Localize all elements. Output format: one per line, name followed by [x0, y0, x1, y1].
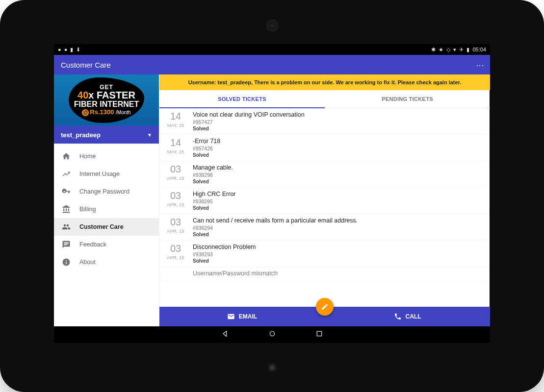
- nav-home-button[interactable]: [268, 330, 276, 340]
- promo-line-fiber: FIBER INTERNET: [74, 100, 139, 109]
- notification-icon: ●: [58, 47, 61, 52]
- email-label: EMAIL: [239, 313, 257, 320]
- call-label: CALL: [406, 313, 421, 320]
- alert-banner: Username: test_pradeep, There is a probl…: [159, 74, 490, 90]
- ticket-id: #957427: [193, 119, 482, 125]
- compose-fab[interactable]: [316, 298, 334, 316]
- sidebar-item-about[interactable]: About: [54, 253, 159, 271]
- ticket-item[interactable]: 03APR, 15 Can not send / receive mails f…: [159, 214, 490, 241]
- ticket-item[interactable]: 03APR, 15 High CRC Error #938295 Solved: [159, 188, 490, 214]
- ticket-item[interactable]: 03APR, 15 Disconnection Problem #938293 …: [159, 241, 490, 267]
- ticket-item[interactable]: 14MAY, 15 Voice not clear during VOIP co…: [159, 108, 490, 135]
- ticket-id: #938294: [193, 225, 482, 231]
- sidebar-item-feedback[interactable]: Feedback: [54, 236, 159, 253]
- sidebar-item-home[interactable]: Home: [54, 147, 159, 165]
- svg-point-0: [270, 331, 274, 336]
- promo-banner[interactable]: GET 40x FASTER FIBER INTERNET @Rs.1300 /…: [54, 74, 159, 126]
- overflow-menu-icon[interactable]: ⋮: [475, 61, 485, 68]
- ticket-status: Solved: [193, 179, 482, 184]
- sidebar-item-label: Home: [79, 153, 96, 160]
- ticket-title: High CRC Error: [193, 191, 482, 197]
- sidebar-item-billing[interactable]: Billing: [54, 200, 159, 218]
- info-icon: [62, 258, 71, 267]
- ticket-item[interactable]: Username/Password mismatch: [159, 267, 490, 280]
- sidebar-item-label: About: [79, 259, 96, 266]
- ticket-date: 03APR, 15: [163, 244, 188, 264]
- square-icon: [315, 330, 323, 338]
- nav-back-button[interactable]: [221, 330, 229, 340]
- action-bar: EMAIL CALL: [159, 307, 490, 326]
- tabs: SOLVED TICKETS PENDING TICKETS: [159, 90, 490, 108]
- home-icon: [62, 152, 71, 161]
- username-label: test_pradeep: [61, 131, 101, 139]
- call-button[interactable]: CALL: [325, 307, 490, 326]
- feedback-icon: [62, 240, 71, 249]
- nav-recent-button[interactable]: [315, 330, 323, 340]
- sidebar: GET 40x FASTER FIBER INTERNET @Rs.1300 /…: [54, 74, 159, 326]
- ticket-status: Solved: [193, 258, 482, 264]
- sidebar-item-customer-care[interactable]: Customer Care: [54, 218, 159, 236]
- vibrate-icon: ◇: [446, 47, 450, 53]
- back-icon: [221, 330, 229, 338]
- circle-icon: [268, 330, 276, 338]
- sidebar-item-label: Customer Care: [79, 223, 124, 230]
- app-bar: Customer Care ⋮: [54, 55, 490, 74]
- ticket-item[interactable]: 14MAY, 15 -Error 718 #957426 Solved: [159, 135, 490, 161]
- ticket-list[interactable]: 14MAY, 15 Voice not clear during VOIP co…: [159, 108, 490, 307]
- android-nav-bar: [54, 326, 490, 343]
- ticket-date: 03APR, 15: [163, 217, 188, 237]
- chevron-down-icon: ▼: [147, 132, 152, 138]
- sdcard-icon: ▮: [70, 47, 73, 53]
- sidebar-item-label: Billing: [79, 206, 96, 213]
- app-title: Customer Care: [61, 61, 111, 69]
- main-content: Username: test_pradeep, There is a probl…: [159, 74, 490, 326]
- people-icon: [62, 222, 71, 231]
- ticket-status: Solved: [193, 126, 482, 131]
- ticket-id: #938295: [193, 198, 482, 204]
- pencil-icon: [321, 303, 329, 311]
- airplane-icon: ✈: [459, 47, 464, 53]
- clock: 05:04: [472, 47, 486, 52]
- ticket-status: Solved: [193, 205, 482, 211]
- battery-icon: ▮: [466, 47, 469, 53]
- sidebar-item-label: Change Password: [79, 188, 130, 195]
- user-dropdown[interactable]: test_pradeep ▼: [54, 126, 159, 144]
- sidebar-item-label: Feedback: [79, 241, 106, 248]
- ticket-id: #938293: [193, 251, 482, 257]
- ticket-date: 14MAY, 15: [163, 111, 188, 131]
- sidebar-item-label: Internet Usage: [79, 171, 120, 177]
- download-icon: ⬇: [76, 47, 80, 53]
- tablet-frame: ● ● ▮ ⬇ ✱ ★ ◇ ▾ ✈ ▮ 05:04 Customer Care …: [0, 0, 544, 392]
- wifi-icon: ▾: [453, 47, 456, 53]
- screen: ● ● ▮ ⬇ ✱ ★ ◇ ▾ ✈ ▮ 05:04 Customer Care …: [54, 44, 490, 343]
- ticket-title: Manage cable.: [193, 164, 482, 171]
- trending-icon: [62, 170, 71, 178]
- mail-icon: [227, 313, 235, 320]
- ticket-title: Voice not clear during VOIP conversation: [193, 111, 482, 118]
- phone-icon: [394, 313, 402, 320]
- status-bar: ● ● ▮ ⬇ ✱ ★ ◇ ▾ ✈ ▮ 05:04: [54, 44, 490, 55]
- ticket-status: Solved: [193, 152, 482, 158]
- tab-solved-tickets[interactable]: SOLVED TICKETS: [159, 90, 325, 108]
- ticket-date: [163, 270, 188, 277]
- key-icon: [62, 187, 71, 196]
- status-bar-right: ✱ ★ ◇ ▾ ✈ ▮ 05:04: [431, 47, 486, 53]
- star-icon: ★: [439, 47, 443, 53]
- ticket-title: -Error 718: [193, 138, 482, 145]
- ticket-item[interactable]: 03APR, 15 Manage cable. #938298 Solved: [159, 161, 490, 188]
- ticket-status: Solved: [193, 232, 482, 237]
- ticket-title: Disconnection Problem: [193, 244, 482, 250]
- ticket-date: 14MAY, 15: [163, 138, 188, 158]
- ticket-id: #957426: [193, 146, 482, 151]
- ticket-date: 03APR, 15: [163, 191, 188, 211]
- notification-icon: ●: [64, 47, 68, 52]
- promo-line-price: @Rs.1300 /Month: [74, 109, 139, 116]
- promo-line-faster: 40x FASTER: [74, 90, 139, 100]
- sidebar-item-internet-usage[interactable]: Internet Usage: [54, 165, 159, 183]
- ticket-title: Username/Password mismatch: [193, 270, 482, 277]
- sidebar-item-change-password[interactable]: Change Password: [54, 183, 159, 200]
- tab-pending-tickets[interactable]: PENDING TICKETS: [325, 90, 490, 108]
- ticket-date: 03APR, 15: [163, 164, 188, 184]
- ticket-id: #938298: [193, 172, 482, 178]
- email-button[interactable]: EMAIL: [159, 307, 325, 326]
